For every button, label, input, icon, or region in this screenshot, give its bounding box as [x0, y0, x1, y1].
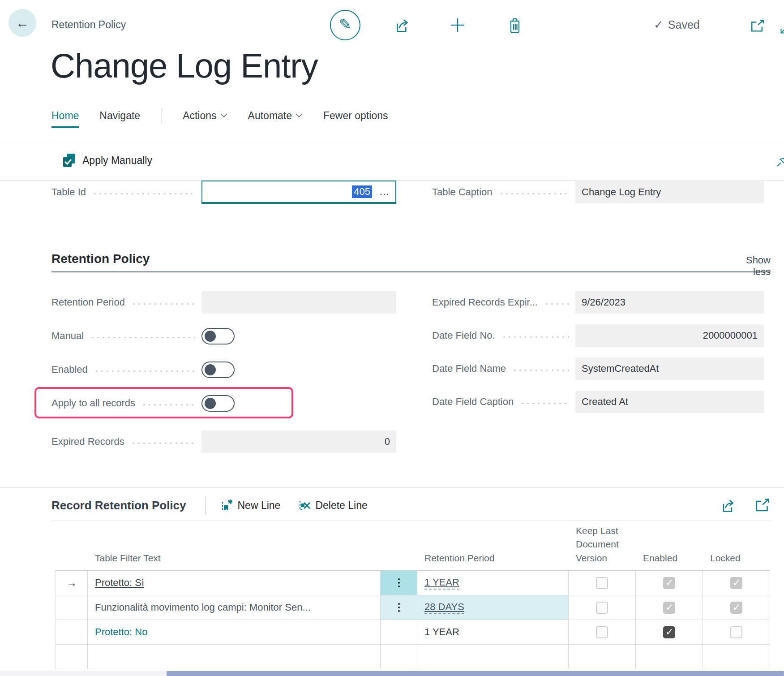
delete-button[interactable] [505, 16, 525, 34]
keep-last-checkbox[interactable] [596, 602, 608, 614]
open-in-new-window-button[interactable] [749, 18, 767, 34]
share-button[interactable] [393, 16, 413, 34]
locked-cell[interactable] [703, 595, 770, 620]
retention-period-cell[interactable]: 28 DAYS [417, 595, 569, 620]
new-record-button[interactable] [448, 16, 467, 34]
table-filter-text-cell[interactable]: Protetto: Sì [88, 571, 381, 595]
toggle-knob [205, 331, 216, 342]
table-id-lookup-button[interactable]: … [379, 186, 390, 198]
keep-last-cell[interactable] [569, 620, 636, 645]
apply-to-all-records-toggle[interactable] [201, 395, 235, 412]
expand-icon [754, 498, 771, 513]
enabled-cell[interactable] [636, 645, 703, 669]
tab-automate[interactable]: Automate [248, 110, 303, 122]
keep-last-checkbox[interactable] [596, 577, 608, 589]
retention-period-value [201, 291, 396, 314]
table-filter-text-cell[interactable] [88, 645, 381, 669]
dot-leader [131, 442, 195, 444]
row-selector-cell[interactable] [56, 595, 88, 620]
keep-last-cell[interactable] [569, 571, 636, 595]
manual-toggle[interactable] [201, 328, 235, 344]
date-field-no-value: 2000000001 [575, 324, 764, 347]
show-less-link[interactable]: Show less [726, 254, 771, 278]
header-divider [205, 496, 206, 514]
retention-period-cell[interactable]: 1 YEAR [417, 620, 569, 645]
share-icon [720, 497, 737, 513]
locked-checkbox[interactable] [730, 626, 742, 638]
expired-records-expiration-label: Expired Records Expir... [432, 297, 538, 308]
share-icon [394, 17, 412, 34]
field-enabled: Enabled [51, 361, 403, 378]
tab-navigate[interactable]: Navigate [99, 110, 140, 122]
expand-list-button[interactable] [754, 498, 771, 513]
locked-cell[interactable] [703, 571, 770, 595]
saved-check-icon: ✓ [654, 18, 664, 32]
dot-leader [520, 402, 569, 405]
record-retention-table: Table Filter Text Retention Period Keep … [56, 524, 770, 669]
column-header-enabled[interactable]: Enabled [636, 551, 703, 565]
dot-leader [512, 369, 569, 371]
row-menu-cell[interactable] [381, 620, 417, 645]
row-menu-button[interactable] [381, 571, 417, 595]
locked-cell[interactable] [703, 620, 770, 645]
field-manual: Manual [51, 327, 403, 344]
retention-policy-page: ← Retention Policy ✎ ✓ Saved Change Log … [0, 0, 784, 676]
enabled-checkbox[interactable] [663, 626, 675, 638]
tab-fewer-options[interactable]: Fewer options [323, 110, 388, 122]
table-id-input[interactable]: 405 … [201, 181, 396, 204]
share-list-button[interactable] [720, 497, 737, 513]
table-filter-text-cell[interactable]: Protetto: No [88, 620, 381, 645]
enabled-toggle[interactable] [201, 362, 235, 378]
table-id-label: Table Id [51, 186, 86, 198]
edit-button[interactable]: ✎ [330, 10, 360, 40]
breadcrumb[interactable]: Retention Policy [51, 19, 126, 31]
table-filter-text-cell[interactable]: Funzionalità movimento log campi: Monito… [88, 595, 381, 620]
table-row: → Protetto: Sì 1 YEAR [56, 571, 770, 595]
row-selector-cell[interactable] [56, 620, 88, 645]
enabled-checkbox [663, 577, 675, 589]
column-header-keep-last-document-version[interactable]: Keep Last Document Version [569, 524, 631, 565]
row-selector-cell[interactable] [56, 645, 88, 669]
plus-icon [449, 16, 467, 34]
keep-last-checkbox[interactable] [596, 626, 608, 638]
row-menu-button[interactable] [381, 595, 417, 620]
row-selector-cell[interactable]: → [56, 571, 88, 595]
back-button[interactable]: ← [9, 9, 36, 37]
row-menu-cell[interactable] [381, 645, 417, 669]
keep-last-cell[interactable] [569, 645, 636, 669]
enabled-cell[interactable] [636, 595, 703, 620]
horizontal-scrollbar-thumb[interactable] [167, 671, 784, 676]
collapse-header-button[interactable] [778, 23, 784, 37]
new-line-button[interactable]: New Line [221, 499, 281, 512]
pin-actionbar-button[interactable] [776, 155, 784, 168]
field-date-field-name: Date Field Name SystemCreatedAt [432, 357, 771, 380]
column-header-retention-period[interactable]: Retention Period [417, 551, 569, 565]
tab-divider [162, 108, 162, 123]
tab-home[interactable]: Home [51, 110, 79, 122]
column-header-locked[interactable]: Locked [703, 551, 770, 565]
field-retention-period: Retention Period [51, 291, 403, 314]
divider-line [51, 521, 771, 521]
tab-actions[interactable]: Actions [183, 110, 227, 122]
locked-cell[interactable] [703, 645, 770, 669]
enabled-cell[interactable] [636, 620, 703, 645]
divider-line [0, 487, 784, 488]
field-date-field-caption: Date Field Caption Created At [432, 391, 771, 413]
record-retention-policy-header: Record Retention Policy New Line Delete … [51, 493, 771, 518]
apply-to-all-records-label: Apply to all records [51, 397, 135, 409]
manual-label: Manual [51, 330, 84, 342]
active-tab-underline [51, 126, 79, 128]
retention-period-cell[interactable] [417, 645, 569, 669]
delete-line-button[interactable]: Delete Line [298, 499, 367, 512]
date-field-name-label: Date Field Name [432, 363, 506, 375]
column-header-table-filter-text[interactable]: Table Filter Text [88, 551, 381, 565]
retention-period-cell[interactable]: 1 YEAR [417, 571, 569, 595]
apply-manually-button[interactable]: Apply Manually [63, 148, 152, 173]
arrow-down-left-icon [778, 23, 784, 37]
keep-last-cell[interactable] [569, 595, 636, 620]
table-row: Funzionalità movimento log campi: Monito… [56, 595, 770, 620]
enabled-cell[interactable] [636, 571, 703, 595]
field-table-caption: Table Caption Change Log Entry [432, 181, 771, 203]
pushpin-icon [776, 155, 784, 168]
table-row: Protetto: No 1 YEAR [56, 620, 770, 645]
